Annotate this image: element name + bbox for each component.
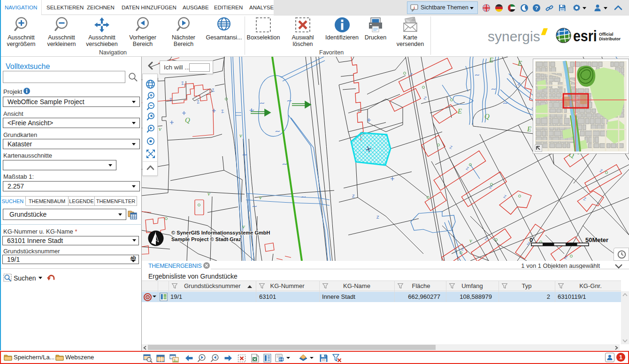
svg-text:v: v	[469, 237, 472, 244]
svg-text:Z: Z	[503, 194, 507, 199]
svg-text:v: v	[159, 125, 161, 132]
svg-text:Z: Z	[352, 194, 355, 198]
svg-text:Z: Z	[221, 109, 224, 114]
svg-text:Z: Z	[181, 81, 184, 86]
svg-text:?: ?	[535, 5, 538, 11]
svg-text:v: v	[259, 194, 262, 201]
svg-text:Z: Z	[211, 88, 215, 93]
svg-text:Z: Z	[196, 99, 200, 105]
svg-text:Q: Q	[484, 113, 490, 120]
svg-text:v: v	[239, 132, 242, 139]
svg-text:Z: Z	[564, 255, 568, 260]
svg-text:E: E	[457, 107, 462, 115]
svg-text:Z: Z	[465, 166, 469, 171]
svg-text:Z: Z	[423, 95, 427, 100]
svg-text:E: E	[489, 57, 493, 64]
svg-text:Q: Q	[185, 116, 190, 124]
svg-text:v: v	[207, 190, 210, 197]
svg-text:Z: Z	[460, 246, 465, 251]
svg-text:v: v	[242, 223, 245, 230]
svg-text:E: E	[527, 125, 531, 133]
svg-text:Z: Z	[489, 184, 493, 190]
svg-text:Z: Z	[449, 144, 453, 150]
svg-text:Z: Z	[376, 215, 379, 220]
svg-text:E: E	[517, 60, 522, 67]
